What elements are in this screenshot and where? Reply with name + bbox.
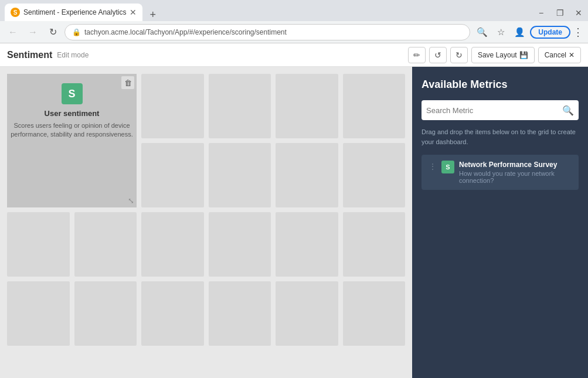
metric-description: How would you rate your network connecti… [459,170,572,184]
tab-favicon: S [11,8,20,17]
metric-info: Network Performance Survey How would you… [459,161,572,184]
update-button[interactable]: Update [530,26,570,39]
metric-name: Network Performance Survey [459,161,572,169]
metric-item[interactable]: ⋮ S Network Performance Survey How would… [422,155,579,190]
widget-resize-icon[interactable]: ⤡ [128,196,134,205]
minimize-button[interactable]: − [532,5,550,21]
widget-card: 🗑 S User sentiment Scores users feeling … [7,74,137,207]
grid-cell-r3c6 [74,281,137,346]
widget-description: Scores users feeling or opinion of devic… [7,121,137,139]
widget-title: User sentiment [45,109,100,118]
grid-cell-r4c4 [343,281,406,346]
forward-button[interactable]: → [25,24,41,40]
main-content: 🗑 S User sentiment Scores users feeling … [0,67,588,378]
grid-cell-r3c1 [141,212,204,277]
panel-title: Available Metrics [422,79,579,91]
edit-mode-label: Edit mode [57,51,89,59]
grid-cell-r4c2 [209,281,271,346]
widget-delete-button[interactable]: 🗑 [121,76,134,89]
maximize-button[interactable]: ❐ [550,5,569,21]
address-bar[interactable]: 🔒 tachyon.acme.local/Tachyon/App/#/exper… [64,24,470,40]
search-icon[interactable]: 🔍 [562,105,574,116]
reload-button[interactable]: ↻ [45,24,61,40]
grid-cell-r1c6 [343,74,406,138]
save-disk-icon: 💾 [519,51,528,59]
close-button[interactable]: ✕ [569,5,588,21]
grid-cell-r2c7 [74,212,137,277]
save-layout-label: Save Layout [478,51,517,59]
grid-cell-r3c5 [7,281,70,346]
widget-cell[interactable]: 🗑 S User sentiment Scores users feeling … [7,74,137,207]
grid-area: 🗑 S User sentiment Scores users feeling … [0,67,412,378]
save-layout-button[interactable]: Save Layout 💾 [471,47,535,63]
search-input[interactable] [426,106,562,115]
address-text: tachyon.acme.local/Tachyon/App/#/experie… [84,28,463,36]
grid-cell-r1c3 [141,74,204,138]
new-tab-button[interactable]: + [145,9,161,21]
cancel-x-icon: ✕ [569,51,575,59]
search-browser-icon[interactable]: 🔍 [474,24,490,40]
grid-cell-r4c1 [141,281,204,346]
active-tab[interactable]: S Sentiment - Experience Analytics ✕ [5,4,142,21]
grid-cell-r3c2 [209,212,271,277]
grid-cell-r1c4 [209,74,271,138]
metric-icon: S [441,161,454,173]
browser-actions: 🔍 ☆ 👤 Update ⋮ [474,24,583,40]
more-menu-button[interactable]: ⋮ [573,26,583,39]
grid-cell-r3c3 [276,212,338,277]
app: Sentiment Edit mode ✏ ↺ ↻ Save Layout 💾 … [0,43,588,378]
browser-controls: ← → ↻ 🔒 tachyon.acme.local/Tachyon/App/#… [0,21,588,43]
back-button[interactable]: ← [5,24,21,40]
window-controls: − ❐ ✕ [532,5,588,21]
lock-icon: 🔒 [72,28,81,36]
grid-container: 🗑 S User sentiment Scores users feeling … [7,74,405,350]
pencil-button[interactable]: ✏ [408,47,426,63]
account-icon[interactable]: 👤 [511,24,528,40]
drag-handle-icon: ⋮ [429,162,437,171]
grid-cell-r2c5 [343,143,406,207]
page-title: Sentiment [7,50,52,60]
header-actions: ✏ ↺ ↻ Save Layout 💾 Cancel ✕ [408,47,581,63]
bookmark-icon[interactable]: ☆ [492,24,509,40]
cancel-button[interactable]: Cancel ✕ [538,47,581,63]
grid-cell-r1c7 [141,143,204,207]
grid-cell-r4c3 [276,281,338,346]
tab-title: Sentiment - Experience Analytics [23,8,126,16]
sidebar-panel: Available Metrics 🔍 Drag and drop the it… [412,67,588,378]
grid-cell-r1c5 [276,74,338,138]
grid-cell-r2c6 [7,212,70,277]
widget-icon: S [62,83,83,104]
grid-cell-r3c4 [343,212,406,277]
drag-hint: Drag and drop the items below on to the … [422,127,579,147]
browser-chrome: S Sentiment - Experience Analytics ✕ + −… [0,0,588,43]
redo-button[interactable]: ↻ [450,47,468,63]
cancel-label: Cancel [545,51,566,59]
app-header: Sentiment Edit mode ✏ ↺ ↻ Save Layout 💾 … [0,43,588,67]
grid-cell-r2c4 [276,143,338,207]
search-box[interactable]: 🔍 [422,100,579,120]
tab-bar: S Sentiment - Experience Analytics ✕ + −… [0,0,588,21]
undo-button[interactable]: ↺ [429,47,447,63]
tab-close-icon[interactable]: ✕ [130,8,137,17]
grid-cell-r2c3 [209,143,271,207]
